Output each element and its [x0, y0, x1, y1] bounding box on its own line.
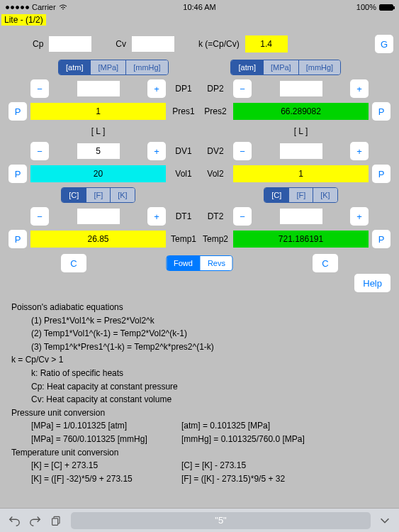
temp2-label: Temp2	[201, 234, 230, 244]
unit-f-right[interactable]: [F]	[289, 188, 313, 202]
status-time: 10:46 AM	[183, 3, 215, 11]
dt1-minus[interactable]: −	[30, 207, 49, 226]
notes-k2: Cp: Heat capacity at constant pressure	[11, 380, 388, 394]
cv-input[interactable]	[132, 36, 174, 52]
unit-f-left[interactable]: [F]	[86, 188, 111, 202]
unit-mmhg-left[interactable]: [mmHg]	[126, 60, 168, 74]
notes-h2: k = Cp/Cv > 1	[11, 353, 388, 367]
pres2-value: 66.289082	[233, 103, 369, 120]
cp-input[interactable]	[49, 36, 91, 52]
notes-k3: Cv: Heat capacity at constant volume	[11, 393, 388, 406]
battery-pct: 100%	[356, 3, 376, 11]
wifi-icon	[59, 4, 67, 11]
temp-units-left[interactable]: [C] [F] [K]	[61, 187, 135, 203]
notes-h4: Temperature unit conversion	[11, 446, 388, 460]
pressure-units-right[interactable]: [atm] [MPa] [mmHg]	[230, 60, 341, 75]
pres1-label: Pres1	[169, 106, 198, 116]
vol-unit-right: [ L ]	[233, 125, 369, 138]
pres2-p-button[interactable]: P	[372, 102, 390, 121]
dp2-label: DP2	[201, 84, 230, 94]
collapse-icon[interactable]	[378, 514, 392, 528]
unit-c-right[interactable]: [C]	[264, 188, 289, 202]
k-label: k (=Cp/Cv)	[198, 39, 240, 49]
undo-icon[interactable]	[7, 514, 21, 528]
dv1-minus[interactable]: −	[30, 142, 49, 160]
pres1-value: 1	[30, 103, 166, 120]
battery-icon	[379, 4, 393, 11]
dv2-minus[interactable]: −	[233, 142, 252, 160]
vol1-p-button[interactable]: P	[9, 165, 27, 183]
direction-fowd[interactable]: Fowd	[167, 256, 201, 270]
dv2-plus[interactable]: +	[350, 142, 369, 160]
notes-p1b: [atm] = 0.101325 [MPa]	[181, 419, 388, 433]
vol2-value: 1	[233, 165, 369, 182]
notes-h1: Poisson's adiabatic equations	[11, 301, 388, 314]
dt2-plus[interactable]: +	[350, 207, 369, 226]
notes-t1b: [C] = [K] - 273.15	[181, 459, 388, 472]
k-value: 1.4	[245, 35, 288, 52]
dp2-minus[interactable]: −	[233, 79, 252, 98]
vol-unit-left: [ L ]	[30, 125, 166, 138]
dp2-input[interactable]	[280, 81, 322, 96]
dt1-input[interactable]	[77, 209, 120, 224]
status-right: 100%	[356, 3, 393, 11]
help-button[interactable]: Help	[354, 274, 390, 292]
temp1-label: Temp1	[169, 234, 198, 244]
signal-dots	[6, 6, 29, 9]
unit-atm-right[interactable]: [atm]	[231, 60, 263, 74]
notes-e1: (1) Pres1*Vol1^k = Pres2*Vol2^k	[11, 314, 388, 328]
dv2-input[interactable]	[280, 143, 322, 159]
unit-atm-left[interactable]: [atm]	[59, 60, 91, 74]
dp2-plus[interactable]: +	[350, 79, 369, 98]
pres2-label: Pres2	[201, 106, 230, 116]
dt2-minus[interactable]: −	[233, 207, 252, 226]
copy-icon[interactable]	[50, 514, 64, 528]
temp2-value: 721.186191	[233, 231, 369, 248]
notes-e2: (2) Temp1*Vol1^(k-1) = Temp2*Vol2^(k-1)	[11, 327, 388, 340]
direction-segment[interactable]: Fowd Revs	[166, 255, 233, 271]
dv1-label: DV1	[169, 146, 198, 156]
dp1-input[interactable]	[77, 81, 120, 96]
carrier-label: Carrier	[32, 3, 56, 11]
unit-mmhg-right[interactable]: [mmHg]	[299, 60, 341, 74]
c-button-right[interactable]: C	[313, 254, 338, 272]
bottom-input-display[interactable]: "5"	[71, 512, 371, 529]
bottom-toolbar: "5"	[0, 508, 399, 532]
dv2-label: DV2	[201, 146, 230, 156]
unit-c-left[interactable]: [C]	[62, 188, 86, 202]
dp1-minus[interactable]: −	[30, 79, 49, 98]
vol1-value: 20	[30, 165, 166, 182]
svg-rect-1	[52, 518, 58, 525]
dt1-plus[interactable]: +	[147, 207, 166, 226]
c-button-left[interactable]: C	[61, 254, 86, 272]
notes-p2b: [mmHg] = 0.101325/760.0 [MPa]	[181, 433, 388, 446]
direction-revs[interactable]: Revs	[201, 256, 232, 270]
dv1-input[interactable]	[77, 143, 120, 159]
g-button[interactable]: G	[375, 35, 393, 53]
redo-icon[interactable]	[28, 514, 43, 528]
dt2-input[interactable]	[280, 209, 322, 224]
vol2-p-button[interactable]: P	[372, 165, 390, 183]
notes-t2a: [K] = ([F] -32)*5/9 + 273.15	[11, 472, 181, 486]
unit-mpa-left[interactable]: [MPa]	[91, 60, 126, 74]
notes-p2a: [MPa] = 760/0.101325 [mmHg]	[11, 433, 181, 446]
status-bar: Carrier 10:46 AM 100%	[0, 0, 399, 13]
notes-t1a: [K] = [C] + 273.15	[11, 459, 181, 472]
unit-mpa-right[interactable]: [MPa]	[264, 60, 299, 74]
equations-notes: Poisson's adiabatic equations (1) Pres1*…	[9, 297, 390, 489]
lite-tag: Lite - (1/2)	[1, 14, 46, 26]
temp-units-right[interactable]: [C] [F] [K]	[264, 187, 337, 203]
pressure-units-left[interactable]: [atm] [MPa] [mmHg]	[58, 60, 169, 75]
temp1-p-button[interactable]: P	[9, 230, 27, 248]
notes-h3: Pressure unit conversion	[11, 406, 388, 420]
temp2-p-button[interactable]: P	[372, 230, 390, 248]
dt2-label: DT2	[201, 211, 230, 221]
notes-p1a: [MPa] = 1/0.101325 [atm]	[11, 419, 181, 433]
unit-k-left[interactable]: [K]	[111, 188, 134, 202]
cv-label: Cv	[116, 39, 126, 49]
dv1-plus[interactable]: +	[147, 142, 166, 160]
dp1-plus[interactable]: +	[147, 79, 166, 98]
vol2-label: Vol2	[201, 169, 230, 179]
pres1-p-button[interactable]: P	[9, 102, 27, 121]
unit-k-right[interactable]: [K]	[313, 188, 337, 202]
